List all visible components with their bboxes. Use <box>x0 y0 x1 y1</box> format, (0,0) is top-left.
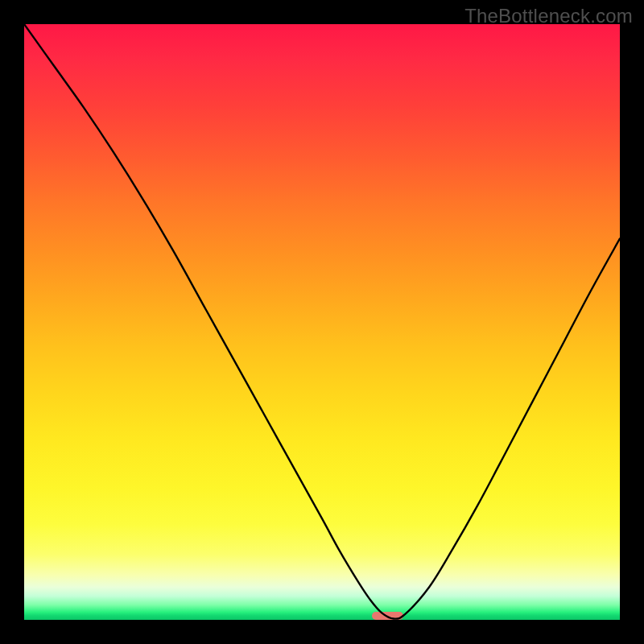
watermark-text: TheBottleneck.com <box>464 5 633 27</box>
curve-layer <box>24 24 620 620</box>
bottleneck-curve <box>24 24 620 619</box>
plot-area <box>24 24 620 620</box>
chart-frame: TheBottleneck.com <box>0 0 644 644</box>
